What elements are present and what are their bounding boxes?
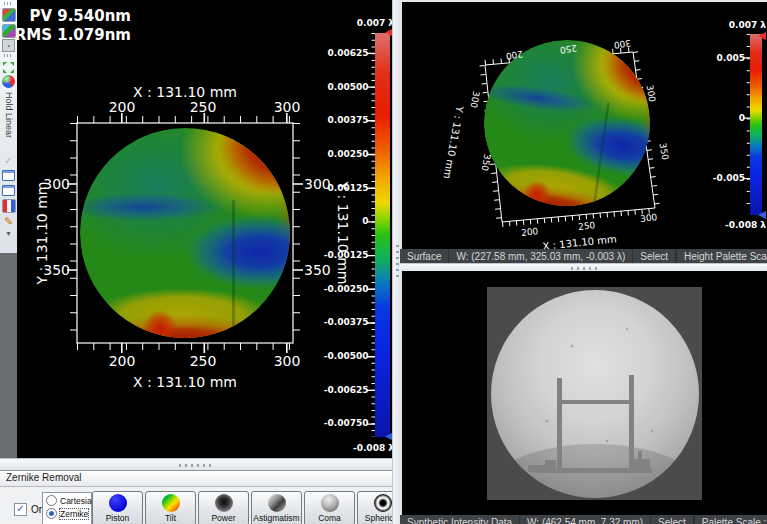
svg-text:350: 350 xyxy=(658,142,671,161)
sphere-view-icon[interactable] xyxy=(2,75,15,88)
svg-text:0.00250: 0.00250 xyxy=(328,149,369,159)
chevron-down-icon[interactable]: ▾ xyxy=(2,230,15,238)
tilt-label: Tilt xyxy=(165,513,176,523)
tilt-icon xyxy=(162,494,180,512)
surface-map-alt-icon[interactable] xyxy=(2,24,16,38)
status-source: Surface xyxy=(400,249,449,263)
svg-text:-0.00750: -0.00750 xyxy=(324,418,369,428)
height-colorbar xyxy=(375,33,390,437)
surface-map-icon[interactable] xyxy=(2,8,16,22)
surface-3d-plot[interactable]: 200 250 300 X : 131.10 mm 300 350 Y : 13… xyxy=(402,2,767,249)
colorbar-max-label: 0.007 λ xyxy=(357,18,392,28)
x-axis-title-top: X : 131.10 mm xyxy=(133,84,237,100)
svg-text:300: 300 xyxy=(613,38,632,50)
surface-status-bar: Surface W: (227.58 mm, 325.03 mm, -0.003… xyxy=(400,249,767,263)
zernike-radio-label: Zernike xyxy=(60,509,88,519)
piston-label: Piston xyxy=(106,513,130,523)
x-tick-top-300: 300 xyxy=(274,99,301,115)
status-palette-scale: Height Palette Scale : A xyxy=(676,249,767,263)
window-icon[interactable] xyxy=(2,170,15,181)
svg-text:200: 200 xyxy=(521,226,539,238)
svg-text:-0.00250: -0.00250 xyxy=(324,284,369,294)
window-alt-icon[interactable] xyxy=(2,185,15,196)
coma-button[interactable]: Coma xyxy=(304,491,355,524)
status-palette-scale: Palette Scale : A xyxy=(694,515,767,524)
check-icon[interactable]: ✓ xyxy=(2,154,15,167)
left-toolbar: ▪ Hold Linear ✓ ✎ ▾ xyxy=(0,0,18,253)
wavefront-2d-plot[interactable]: PV 9.540nm RMS 1.079nm X : 131.10 mm 200… xyxy=(17,0,392,458)
palette-chart-icon[interactable] xyxy=(2,199,16,213)
colorbar-min-label-3d: -0.008 λ xyxy=(725,220,766,230)
svg-text:0: 0 xyxy=(739,113,745,123)
y-tick-right-350: 350 xyxy=(304,262,331,278)
height-colorbar-3d xyxy=(750,34,762,215)
edit-pencil-icon[interactable]: ✎ xyxy=(2,215,15,228)
interferometry-app-window: ▪ Hold Linear ✓ ✎ ▾ xyxy=(0,0,767,524)
wavefront-map-3d[interactable] xyxy=(452,2,737,249)
image-grain xyxy=(491,290,699,498)
svg-text:0.00125: 0.00125 xyxy=(328,183,369,193)
toolbar-overflow-icon[interactable]: ▪ xyxy=(2,39,15,52)
svg-text:-0.005: -0.005 xyxy=(713,173,745,183)
x-tick-top-200: 200 xyxy=(109,99,136,115)
svg-text:-0.00375: -0.00375 xyxy=(324,317,369,327)
piston-button[interactable]: Piston xyxy=(92,491,143,524)
expand-arrows-icon[interactable] xyxy=(2,60,15,73)
toolbar-grip[interactable] xyxy=(4,2,13,5)
spherical-label: Spherical xyxy=(365,513,392,523)
intensity-image[interactable] xyxy=(402,271,767,515)
cartesian-radio-label: Cartesian xyxy=(60,496,96,506)
on-checkbox[interactable]: ✓ xyxy=(14,503,27,516)
svg-text:-0.00500: -0.00500 xyxy=(324,351,369,361)
wavefront-2d-panel[interactable]: PV 9.540nm RMS 1.079nm X : 131.10 mm 200… xyxy=(17,0,392,458)
spherical-button[interactable]: Spherical xyxy=(357,491,392,524)
svg-text:350: 350 xyxy=(479,153,492,172)
x-axis-title-3d: X : 131.10 mm xyxy=(542,233,617,249)
tilt-button[interactable]: Tilt xyxy=(145,491,196,524)
cartesian-radio-row[interactable]: Cartesian xyxy=(46,495,91,506)
splitter-grip[interactable] xyxy=(179,464,213,467)
status-readout: W: (227.58 mm, 325.03 mm, -0.003 λ) xyxy=(449,249,633,263)
y-axis-title-3d: Y : 131.10 mm xyxy=(442,104,466,179)
coma-icon xyxy=(321,494,339,512)
intensity-status-bar: Synthetic Intensity Data W: (462.54 mm, … xyxy=(400,515,767,524)
x-axis-title-bottom: X : 131.10 mm xyxy=(133,374,237,390)
x-tick-top-250: 250 xyxy=(190,99,217,115)
astigmatism-button[interactable]: Astigmatism xyxy=(251,491,302,524)
svg-text:250: 250 xyxy=(578,220,596,232)
svg-text:0.00625: 0.00625 xyxy=(328,48,369,58)
power-button[interactable]: Power xyxy=(198,491,249,524)
svg-text:0.00375: 0.00375 xyxy=(328,115,369,125)
colorbar-ticks xyxy=(371,33,373,437)
cartesian-radio[interactable] xyxy=(46,495,57,506)
hold-linear-label: Hold Linear xyxy=(2,92,15,150)
rms-readout: RMS 1.079nm xyxy=(17,26,131,44)
toolbar-grip-2[interactable] xyxy=(4,54,13,57)
x-tick-bottom-300: 300 xyxy=(274,353,301,369)
status-mode: Select xyxy=(651,515,694,524)
spherical-icon xyxy=(374,494,392,512)
zernike-radio-row[interactable]: Zernike xyxy=(46,508,91,519)
y-axis-title-right: Y : 131.10 mm xyxy=(335,181,351,285)
piston-icon xyxy=(109,494,127,512)
colorbar-ticks-3d xyxy=(747,34,749,215)
colorbar-labels-3d: 0.005 0 -0.005 xyxy=(713,53,745,183)
colorbar-max-label-3d: 0.007 λ xyxy=(729,20,767,30)
zernike-on-checkbox-row[interactable]: ✓ On xyxy=(14,503,44,516)
surface-3d-panel[interactable]: 200 250 300 X : 131.10 mm 300 350 Y : 13… xyxy=(400,0,767,249)
status-source: Synthetic Intensity Data xyxy=(400,515,520,524)
power-icon xyxy=(215,494,233,512)
intensity-panel[interactable] xyxy=(400,271,767,515)
splitter-grip[interactable] xyxy=(571,267,597,270)
status-mode: Select xyxy=(633,249,676,263)
svg-text:-0.00625: -0.00625 xyxy=(324,385,369,395)
splitter-grip[interactable] xyxy=(396,245,399,279)
svg-text:300: 300 xyxy=(640,212,658,224)
x-tick-bottom-200: 200 xyxy=(109,353,136,369)
zernike-panel-title: Zernike Removal xyxy=(0,471,392,487)
zernike-radio[interactable] xyxy=(46,508,57,519)
svg-text:0.00500: 0.00500 xyxy=(328,82,369,92)
zernike-removal-panel: Zernike Removal ✓ On Cartesian Zernike xyxy=(0,470,392,524)
astigmatism-icon xyxy=(268,494,286,512)
svg-text:300: 300 xyxy=(468,90,481,109)
